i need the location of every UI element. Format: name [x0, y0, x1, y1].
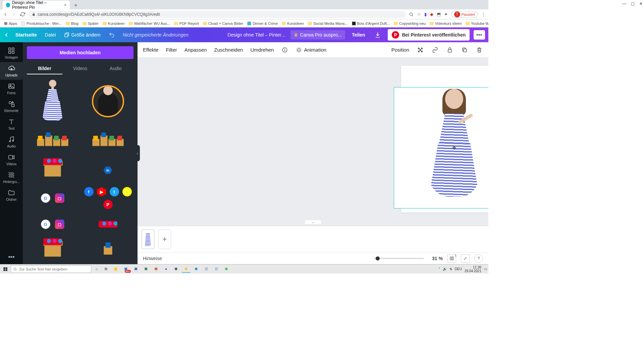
page-thumb-1[interactable] [142, 230, 154, 249]
close-tab-icon[interactable]: × [64, 3, 66, 7]
cortana-icon[interactable]: ○ [93, 265, 101, 273]
more-menu-button[interactable]: ••• [474, 30, 485, 40]
upload-thumb-avatar[interactable] [82, 78, 133, 124]
tab-bilder[interactable]: Bilder [27, 63, 62, 74]
bookmark-item[interactable]: Youtube WICHTIG [464, 21, 488, 26]
upload-thumb-dress[interactable] [27, 78, 78, 124]
undo-icon[interactable] [107, 31, 117, 39]
bookmark-item[interactable]: Cload + Canva Bilder [202, 21, 245, 26]
add-page-button[interactable]: + [158, 230, 171, 249]
back-icon[interactable] [3, 12, 8, 17]
taskbar-explorer-icon[interactable]: ▆ [111, 265, 120, 273]
rail-vorlagen[interactable]: Vorlagen [0, 44, 23, 62]
resize-button[interactable]: Größe ändern [62, 31, 103, 39]
bookmark-item[interactable]: Blog [64, 21, 80, 26]
bookmark-item[interactable]: Produktsuche - Mer... [20, 21, 63, 26]
bookmark-item[interactable]: Social Media Mana... [307, 21, 349, 26]
address-bar[interactable]: canva.com/design/DAEdCa69Qs4/-oIKL0OIG6K… [29, 11, 406, 18]
paused-pill[interactable]: T Pausiert [451, 11, 478, 18]
bookmark-item[interactable]: Kursideen [280, 21, 305, 26]
tray-language[interactable]: DEU [455, 267, 462, 271]
notes-button[interactable]: Hinweise [143, 256, 162, 261]
slider-knob[interactable] [376, 256, 380, 260]
upload-media-button[interactable]: Medien hochladen [27, 46, 133, 59]
canvas-viewport[interactable]: ✥ ⌄ [138, 58, 488, 226]
extension-icon-2[interactable]: ◆ [430, 12, 433, 17]
upload-thumb-socialbox-2[interactable] [27, 239, 78, 261]
forward-icon[interactable] [11, 12, 17, 17]
taskbar-obs-icon[interactable]: ◉ [172, 265, 180, 273]
reload-icon[interactable] [20, 12, 25, 17]
bookmark-item[interactable]: Später [81, 21, 100, 26]
taskbar-clock[interactable]: 11:36 29.04.2021 [465, 265, 481, 273]
info-icon[interactable] [281, 46, 288, 54]
toolbar-animation[interactable]: Animation [296, 47, 326, 53]
browser-tab[interactable]: Design ohne Titel – Pinterest Pin × [3, 1, 70, 9]
taskbar-chrome-icon[interactable]: ◉ [182, 265, 191, 273]
file-menu[interactable]: Datei [43, 31, 58, 39]
upload-thumb-socialbox[interactable] [27, 158, 78, 183]
home-button[interactable]: Startseite [13, 31, 39, 39]
fullscreen-icon[interactable]: ⤢ [461, 254, 470, 263]
bookmark-item[interactable]: Videokurs Ideen [428, 21, 463, 26]
rail-fotos[interactable]: Fotos [0, 80, 23, 98]
kebab-menu-icon[interactable]: ⋮ [481, 12, 486, 17]
zoom-icon[interactable] [409, 12, 414, 17]
notifications-icon[interactable]: ▭ [484, 267, 487, 271]
trash-icon[interactable] [476, 46, 483, 54]
duplicate-icon[interactable] [461, 46, 468, 54]
bookmark-item[interactable]: Dinner & Crime [246, 21, 279, 26]
upload-thumb-boxes-1[interactable] [27, 128, 78, 154]
bookmark-item[interactable]: Wahlfächer WU Aus... [127, 21, 171, 26]
bookmark-star-icon[interactable]: ☆ [417, 12, 421, 17]
taskbar-spotify-icon[interactable]: ◉ [222, 265, 231, 273]
rail-videos[interactable]: Videos [0, 151, 23, 169]
bookmark-apps[interactable]: ▦Apps [3, 20, 18, 26]
rail-audio[interactable]: Audio [0, 133, 23, 151]
rail-uploads[interactable]: Uploads [0, 62, 23, 80]
download-icon[interactable] [372, 29, 384, 40]
rail-more[interactable]: ••• [0, 250, 23, 264]
extension-icon[interactable]: ▮ [424, 12, 427, 17]
help-icon[interactable]: ? [474, 254, 483, 263]
zoom-slider[interactable] [374, 258, 424, 259]
selected-image[interactable]: ✥ [394, 87, 488, 208]
start-menu-icon[interactable] [1, 265, 9, 273]
taskbar-notepad-icon[interactable]: ▥ [202, 265, 211, 273]
grid-view-button[interactable]: 1 [447, 254, 456, 263]
tab-audio[interactable]: Audio [98, 63, 133, 74]
share-button[interactable]: Teilen [349, 30, 368, 40]
lock-icon[interactable] [446, 46, 453, 54]
rail-elemente[interactable]: Elemente [0, 98, 23, 115]
taskbar-excel-icon[interactable]: ▣ [142, 265, 150, 273]
bookmark-item[interactable]: Kursideen [101, 21, 126, 26]
extension-icon-3[interactable]: ⬒ [437, 12, 441, 17]
upload-thumb-social-cluster[interactable] [82, 213, 133, 235]
link-icon[interactable] [431, 46, 439, 54]
upload-thumb-icons-3[interactable]: G◻ [27, 213, 78, 235]
toolbar-zuschneiden[interactable]: Zuschneiden [214, 47, 243, 53]
rail-hintergrund[interactable]: Hintergru... [0, 169, 23, 186]
taskbar-search[interactable]: Zur Suche Text hier eingeben [11, 265, 91, 273]
back-chevron-icon[interactable] [3, 32, 9, 38]
rail-text[interactable]: Text [0, 115, 23, 133]
try-pro-button[interactable]: ♛ Canva Pro auspro... [290, 30, 345, 40]
bookmark-item[interactable]: Bois d'Argent Duft... [351, 21, 391, 26]
toolbar-umdrehen[interactable]: Umdrehen [250, 47, 274, 53]
tab-videos[interactable]: Videos [62, 63, 98, 74]
tray-volume-icon[interactable]: 🔊 [443, 267, 447, 271]
taskbar-edge-icon[interactable]: ◉ [192, 265, 201, 273]
toolbar-filter[interactable]: Filter [166, 47, 177, 53]
upload-thumb-icons-1[interactable]: G◻ [27, 187, 78, 209]
upload-thumb-linkedin-hex[interactable]: in [82, 158, 133, 183]
upload-thumb-boxes-2[interactable] [82, 128, 133, 154]
taskbar-mail-icon[interactable]: ▣99+ [121, 265, 130, 273]
upload-thumb-linkedin-box[interactable] [82, 239, 133, 261]
toolbar-effekte[interactable]: Effekte [143, 47, 158, 53]
bookmark-item[interactable]: Copywriting neu [392, 21, 427, 26]
taskbar-app-icon-2[interactable]: ▥ [212, 265, 221, 273]
task-view-icon[interactable]: ⧉ [102, 265, 110, 273]
page-controls-toggle[interactable]: ⌄ [305, 220, 322, 225]
new-tab-button[interactable]: + [72, 1, 80, 9]
design-title-input[interactable]: Design ohne Titel – Pinter... [227, 32, 285, 38]
